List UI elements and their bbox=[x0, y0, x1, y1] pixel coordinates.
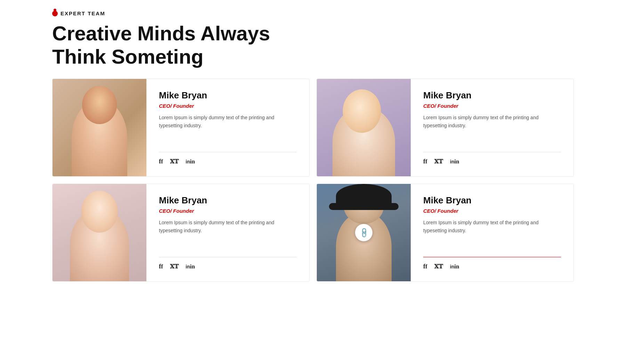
member-role-2: CEO/ Founder bbox=[423, 103, 561, 109]
social-links-1: f 𝕋 in bbox=[159, 158, 297, 165]
section-tag-text: EXPERT TEAM bbox=[61, 10, 105, 16]
member-bio-1: Lorem Ipsum is simply dummy text of the … bbox=[159, 114, 297, 129]
member-photo-3 bbox=[53, 184, 146, 281]
team-card-image-1 bbox=[53, 79, 146, 176]
member-role-4: CEO/ Founder bbox=[423, 208, 561, 214]
hat-brim bbox=[329, 203, 399, 210]
team-card-image-4: 🔗 bbox=[317, 184, 411, 281]
member-name-2: Mike Bryan bbox=[423, 90, 561, 101]
member-name-4: Mike Bryan bbox=[423, 195, 561, 206]
social-divider-1 bbox=[159, 152, 297, 152]
twitter-icon-4[interactable]: 𝕋 bbox=[434, 263, 443, 270]
member-name-1: Mike Bryan bbox=[159, 90, 297, 101]
play-button-overlay[interactable]: 🔗 bbox=[355, 224, 372, 241]
facebook-icon-1[interactable]: f bbox=[159, 158, 163, 165]
member-bio-3: Lorem Ipsum is simply dummy text of the … bbox=[159, 219, 297, 234]
section-title: Creative Minds Always Think Someting bbox=[52, 22, 574, 68]
linkedin-icon-4[interactable]: in bbox=[450, 263, 459, 270]
facebook-icon-3[interactable]: f bbox=[159, 263, 163, 270]
title-line-1: Creative Minds Always bbox=[52, 22, 270, 45]
team-card-info-4: Mike Bryan CEO/ Founder Lorem Ipsum is s… bbox=[411, 184, 573, 281]
team-grid: Mike Bryan CEO/ Founder Lorem Ipsum is s… bbox=[52, 79, 574, 282]
tag-icon bbox=[52, 11, 58, 16]
member-photo-4: 🔗 bbox=[317, 184, 411, 281]
team-card-image-3 bbox=[53, 184, 146, 281]
member-photo-1 bbox=[53, 79, 146, 176]
team-card-2: Mike Bryan CEO/ Founder Lorem Ipsum is s… bbox=[316, 79, 574, 177]
team-card-image-2 bbox=[317, 79, 411, 176]
member-bio-4: Lorem Ipsum is simply dummy text of the … bbox=[423, 219, 561, 234]
member-name-3: Mike Bryan bbox=[159, 195, 297, 206]
team-card-4: 🔗 Mike Bryan CEO/ Founder Lorem Ipsum is… bbox=[316, 184, 574, 282]
member-role-1: CEO/ Founder bbox=[159, 103, 297, 109]
social-divider-red-4 bbox=[423, 257, 561, 257]
section-header: EXPERT TEAM Creative Minds Always Think … bbox=[52, 0, 574, 68]
twitter-icon-1[interactable]: 𝕋 bbox=[170, 158, 179, 165]
member-role-3: CEO/ Founder bbox=[159, 208, 297, 214]
social-divider-3 bbox=[159, 257, 297, 257]
link-icon: 🔗 bbox=[358, 227, 370, 239]
linkedin-icon-1[interactable]: in bbox=[186, 158, 195, 165]
facebook-icon-4[interactable]: f bbox=[423, 263, 427, 270]
social-links-4: f 𝕋 in bbox=[423, 263, 561, 270]
linkedin-icon-2[interactable]: in bbox=[450, 158, 459, 165]
team-card-info-1: Mike Bryan CEO/ Founder Lorem Ipsum is s… bbox=[146, 79, 309, 176]
team-card-3: Mike Bryan CEO/ Founder Lorem Ipsum is s… bbox=[52, 184, 310, 282]
linkedin-icon-3[interactable]: in bbox=[186, 263, 195, 270]
social-divider-2 bbox=[423, 152, 561, 152]
member-bio-2: Lorem Ipsum is simply dummy text of the … bbox=[423, 114, 561, 129]
facebook-icon-2[interactable]: f bbox=[423, 158, 427, 165]
section-tag: EXPERT TEAM bbox=[52, 10, 574, 16]
social-links-2: f 𝕋 in bbox=[423, 158, 561, 165]
team-card-info-3: Mike Bryan CEO/ Founder Lorem Ipsum is s… bbox=[146, 184, 309, 281]
member-photo-2 bbox=[317, 79, 411, 176]
social-links-3: f 𝕋 in bbox=[159, 263, 297, 270]
title-line-2: Think Someting bbox=[52, 45, 203, 68]
twitter-icon-3[interactable]: 𝕋 bbox=[170, 263, 179, 270]
team-card-1: Mike Bryan CEO/ Founder Lorem Ipsum is s… bbox=[52, 79, 310, 177]
team-card-info-2: Mike Bryan CEO/ Founder Lorem Ipsum is s… bbox=[411, 79, 573, 176]
twitter-icon-2[interactable]: 𝕋 bbox=[434, 158, 443, 165]
